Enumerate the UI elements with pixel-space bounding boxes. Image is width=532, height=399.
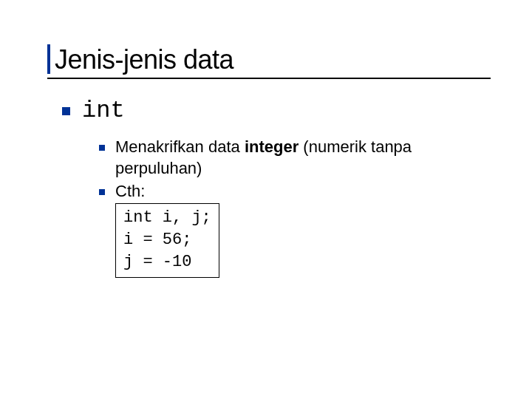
title-row: Jenis-jenis data xyxy=(47,44,502,77)
bullet-level2: Cth: int i, j; i = 56; j = -10 xyxy=(99,181,502,279)
example-label: Cth: xyxy=(115,181,219,202)
square-bullet-icon xyxy=(62,107,70,115)
square-bullet-icon xyxy=(99,145,105,151)
text-bold: integer xyxy=(245,137,299,156)
text-prefix: Menakrifkan data xyxy=(115,137,245,156)
code-box: int i, j; i = 56; j = -10 xyxy=(115,203,219,278)
level2-text: Menakrifkan data integer (numerik tanpa … xyxy=(115,137,499,179)
slide-title: Jenis-jenis data xyxy=(55,44,233,75)
level2-text: Cth: int i, j; i = 56; j = -10 xyxy=(115,181,219,279)
level1-label: int xyxy=(82,97,125,125)
title-accent-bar xyxy=(47,44,50,74)
bullet-level1: int xyxy=(62,97,502,125)
sublist: Menakrifkan data integer (numerik tanpa … xyxy=(62,137,502,278)
bullet-level2: Menakrifkan data integer (numerik tanpa … xyxy=(99,137,502,179)
square-bullet-icon xyxy=(99,189,105,195)
title-underline xyxy=(47,78,491,79)
slide: Jenis-jenis data int Menakrifkan data in… xyxy=(0,0,532,399)
slide-body: int Menakrifkan data integer (numerik ta… xyxy=(47,97,502,278)
